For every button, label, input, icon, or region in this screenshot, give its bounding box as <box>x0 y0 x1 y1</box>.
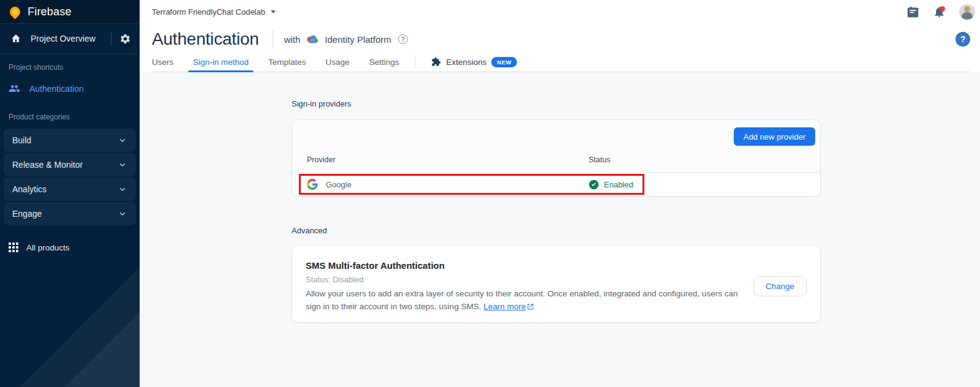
sms-mfa-description: Allow your users to add an extra layer o… <box>306 288 743 314</box>
google-logo-icon <box>307 179 318 190</box>
notification-dot <box>940 6 945 12</box>
build-label: Build <box>12 135 31 145</box>
sidebar-category-build[interactable]: Build <box>4 129 136 152</box>
title-divider <box>273 30 273 48</box>
chevron-down-icon <box>118 135 127 145</box>
main-area: Terraform FriendlyChat Codelab Authentic… <box>140 0 980 387</box>
sms-mfa-title: SMS Multi-factor Authentication <box>306 260 445 271</box>
breadcrumb: Terraform FriendlyChat Codelab <box>152 7 265 17</box>
feedback-icon[interactable] <box>907 6 919 18</box>
identity-platform-label: Identity Platform <box>325 34 391 45</box>
providers-card: Add new provider Provider Status Google … <box>292 119 821 197</box>
sidebar-item-all-products[interactable]: All products <box>0 242 140 252</box>
caret-down-icon <box>271 10 276 13</box>
project-shortcuts-label: Project shortcuts <box>9 63 140 72</box>
status-enabled-label: Enabled <box>604 180 633 189</box>
sidebar-category-engage[interactable]: Engage <box>4 202 136 225</box>
learn-more-link[interactable]: Learn more <box>483 302 526 311</box>
project-overview-label: Project Overview <box>31 34 96 43</box>
sidebar-category-analytics[interactable]: Analytics <box>4 178 136 201</box>
advanced-heading: Advanced <box>292 226 327 235</box>
brand-name: Firebase <box>28 6 72 18</box>
content-area: Sign-in providers Add new provider Provi… <box>140 72 980 387</box>
column-header-provider: Provider <box>307 156 336 164</box>
provider-status: Enabled <box>589 179 633 190</box>
chevron-down-icon <box>118 209 127 219</box>
sidebar-item-project-overview[interactable]: Project Overview <box>0 24 140 54</box>
extensions-puzzle-icon <box>431 57 441 67</box>
account-avatar[interactable] <box>959 4 975 20</box>
users-group-icon <box>9 83 20 94</box>
tab-settings[interactable]: Settings <box>369 51 399 72</box>
tab-usage[interactable]: Usage <box>326 51 350 72</box>
tab-extensions[interactable]: Extensions NEW <box>431 57 517 67</box>
tab-bar: Users Sign-in method Templates Usage Set… <box>140 51 980 72</box>
add-new-provider-button[interactable]: Add new provider <box>734 127 815 146</box>
engage-label: Engage <box>12 209 42 219</box>
page-header: Authentication with Identity Platform ? … <box>140 23 980 51</box>
info-question-icon[interactable]: ? <box>398 34 408 44</box>
enabled-check-icon <box>589 179 599 190</box>
new-badge: NEW <box>491 57 517 67</box>
sidebar-pattern <box>0 240 140 387</box>
project-settings-gear-icon[interactable] <box>119 33 131 45</box>
firebase-header[interactable]: Firebase <box>0 0 140 24</box>
sidebar-item-authentication[interactable]: Authentication <box>0 77 140 100</box>
sidebar-category-release-monitor[interactable]: Release & Monitor <box>4 153 136 176</box>
chevron-down-icon <box>118 160 127 170</box>
help-icon[interactable]: ? <box>956 32 970 47</box>
tab-users[interactable]: Users <box>152 51 173 72</box>
sidebar-divider <box>111 32 111 45</box>
with-label: with <box>284 34 301 45</box>
product-categories-label: Product categories <box>9 113 140 121</box>
notifications-bell-icon[interactable] <box>933 6 946 18</box>
release-monitor-label: Release & Monitor <box>12 160 83 170</box>
extensions-label: Extensions <box>446 58 486 67</box>
sms-mfa-card: SMS Multi-factor Authentication Status: … <box>292 245 821 323</box>
provider-row-google[interactable]: Google Enabled <box>292 173 820 196</box>
project-selector[interactable]: Terraform FriendlyChat Codelab <box>152 7 276 17</box>
all-products-label: All products <box>26 243 70 252</box>
provider-name: Google <box>326 180 352 189</box>
change-button[interactable]: Change <box>753 276 807 296</box>
chevron-down-icon <box>118 184 127 194</box>
sign-in-providers-heading: Sign-in providers <box>292 99 352 108</box>
category-list: Build Release & Monitor Analytics Engage <box>0 129 140 225</box>
home-icon <box>10 33 21 44</box>
authentication-shortcut-label: Authentication <box>29 84 84 94</box>
analytics-label: Analytics <box>12 184 47 194</box>
tab-sign-in-method[interactable]: Sign-in method <box>193 51 249 72</box>
topbar-icons <box>907 4 975 20</box>
google-cloud-icon <box>306 34 319 44</box>
page-title: Authentication <box>152 29 259 49</box>
topbar: Terraform FriendlyChat Codelab <box>140 0 980 23</box>
identity-platform-group: with Identity Platform ? <box>284 34 408 45</box>
sms-mfa-status: Status: Disabled <box>306 275 364 284</box>
sidebar: Firebase Project Overview Project shortc… <box>0 0 140 387</box>
apps-grid-icon <box>9 242 18 252</box>
tab-templates[interactable]: Templates <box>268 51 306 72</box>
external-link-icon <box>527 302 534 315</box>
tab-divider <box>415 55 415 69</box>
column-header-status: Status <box>589 156 610 164</box>
firebase-logo-icon <box>7 4 22 19</box>
